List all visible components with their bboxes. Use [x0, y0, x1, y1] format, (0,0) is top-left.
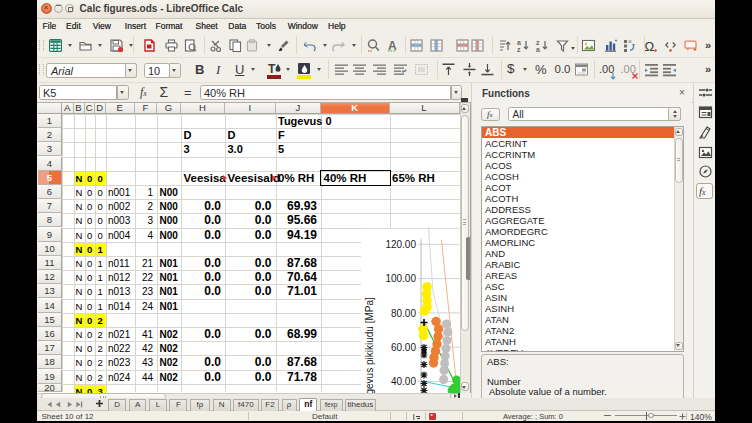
svg-text:60.00: 60.00 [391, 342, 416, 353]
svg-text:80.00: 80.00 [391, 308, 416, 319]
svg-text:100.00: 100.00 [385, 273, 416, 284]
svg-text:a: a [517, 39, 521, 46]
svg-text:a: a [536, 46, 540, 53]
svg-text:120.00: 120.00 [385, 239, 416, 250]
svg-text:gevus pikikiudu [MPa]: gevus pikikiudu [MPa] [364, 297, 375, 392]
svg-text:Ω: Ω [645, 39, 655, 54]
svg-text:z: z [536, 39, 540, 46]
svg-text:40.00: 40.00 [391, 376, 416, 387]
svg-text:z: z [517, 46, 521, 53]
